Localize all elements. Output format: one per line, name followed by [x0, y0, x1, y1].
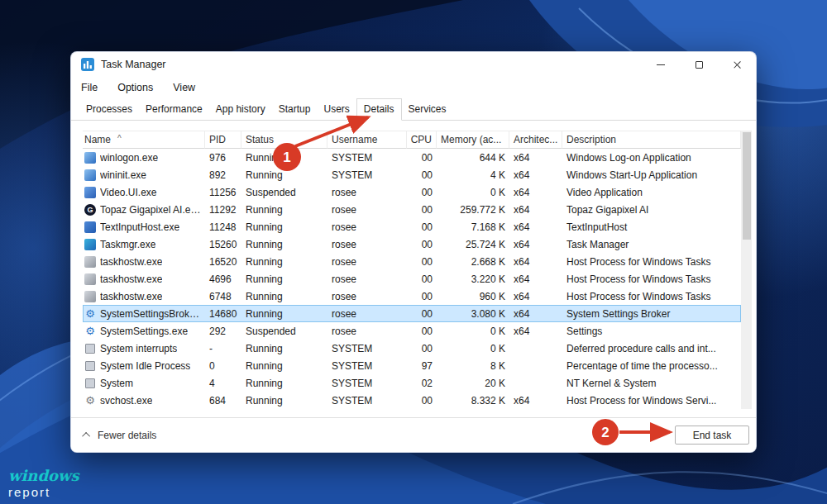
table-row[interactable]: taskhostw.exe4696Runningrosee003.220 Kx6…: [83, 270, 741, 288]
menu-item-view[interactable]: View: [173, 82, 195, 93]
tab-services[interactable]: Services: [402, 99, 453, 120]
cell-desc: Deferred procedure calls and int...: [562, 343, 741, 354]
column-header-mem[interactable]: Memory (ac...: [437, 131, 509, 149]
cell-arch: x64: [509, 308, 562, 320]
column-header-desc[interactable]: Description: [562, 131, 741, 149]
cell-status: Suspended: [241, 326, 327, 337]
table-row[interactable]: System Idle Process0RunningSYSTEM978 KPe…: [83, 357, 741, 374]
cell-user: rosee: [327, 256, 407, 268]
process-name: System: [100, 378, 133, 389]
cell-name: ⚙SystemSettings.exe: [83, 326, 205, 337]
process-name: SystemSettings.exe: [100, 326, 188, 337]
table-row[interactable]: Taskmgr.exe15260Runningrosee0025.724 Kx6…: [83, 235, 741, 253]
table-row[interactable]: wininit.exe892RunningSYSTEM004 Kx64Windo…: [83, 166, 741, 183]
fewer-details-toggle[interactable]: Fewer details: [84, 430, 156, 441]
cell-desc: Host Process for Windows Tasks: [562, 273, 741, 285]
tab-startup[interactable]: Startup: [272, 99, 318, 120]
scrollbar-thumb[interactable]: [743, 132, 751, 240]
cell-arch: x64: [509, 169, 562, 181]
cell-arch: x64: [509, 256, 562, 268]
table-row[interactable]: winlogon.exe976RunningSYSTEM00644 Kx64Wi…: [83, 149, 741, 166]
table-row[interactable]: System4RunningSYSTEM0220 KNT Kernel & Sy…: [83, 374, 741, 392]
column-label: Architec...: [514, 134, 557, 145]
cell-name: winlogon.exe: [83, 152, 205, 164]
cell-cpu: 00: [407, 239, 437, 250]
menu-bar: FileOptionsView: [71, 77, 756, 98]
column-header-arch[interactable]: Architec...: [509, 131, 562, 149]
cell-user: rosee: [327, 221, 407, 233]
cell-desc: System Settings Broker: [562, 308, 741, 320]
column-header-cpu[interactable]: CPU: [407, 131, 437, 149]
column-header-user[interactable]: Username: [327, 131, 407, 149]
table-main: Name^PIDStatusUsernameCPUMemory (ac...Ar…: [83, 131, 741, 409]
cell-user: rosee: [327, 239, 407, 250]
watermark-line1: windows: [8, 468, 79, 484]
table-row[interactable]: TextInputHost.exe11248Runningrosee007.16…: [83, 218, 741, 235]
menu-item-options[interactable]: Options: [117, 82, 153, 93]
table-row[interactable]: ⚙SystemSettingsBroke...14680Runningrosee…: [83, 305, 741, 322]
cell-pid: 15260: [205, 239, 241, 250]
cell-status: Running: [241, 239, 327, 250]
cell-mem: 25.724 K: [437, 239, 509, 250]
cell-arch: x64: [509, 273, 562, 285]
cell-desc: Settings: [562, 326, 741, 337]
process-table: Name^PIDStatusUsernameCPUMemory (ac...Ar…: [83, 131, 752, 409]
cell-status: Running: [241, 152, 327, 164]
cell-user: rosee: [327, 187, 407, 198]
column-header-status[interactable]: Status: [241, 131, 327, 149]
table-row[interactable]: taskhostw.exe16520Runningrosee002.668 Kx…: [83, 253, 741, 270]
cell-mem: 259.772 K: [437, 204, 509, 216]
column-header-pid[interactable]: PID: [205, 131, 241, 149]
menu-item-file[interactable]: File: [81, 82, 98, 93]
title-bar[interactable]: Task Manager: [71, 52, 756, 77]
cell-pid: 11292: [205, 204, 241, 216]
cell-mem: 8 K: [437, 360, 509, 372]
cell-name: taskhostw.exe: [83, 273, 205, 285]
cell-name: System interrupts: [83, 343, 205, 354]
cell-mem: 20 K: [437, 378, 509, 389]
cell-name: ⚙SystemSettingsBroke...: [83, 308, 205, 320]
end-task-button[interactable]: End task: [675, 426, 749, 445]
table-row[interactable]: GTopaz Gigapixel AI.exe11292Runningrosee…: [83, 201, 741, 218]
minimize-button[interactable]: [642, 52, 680, 77]
tab-users[interactable]: Users: [317, 99, 356, 120]
table-row[interactable]: taskhostw.exe6748Runningrosee00960 Kx64H…: [83, 288, 741, 305]
table-row[interactable]: ⚙SystemSettings.exe292Suspendedrosee000 …: [83, 322, 741, 340]
cell-name: wininit.exe: [83, 169, 205, 181]
column-label: Memory (ac...: [441, 134, 501, 145]
table-row[interactable]: Video.UI.exe11256Suspendedrosee000 Kx64V…: [83, 183, 741, 201]
tab-app-history[interactable]: App history: [209, 99, 272, 120]
maximize-button[interactable]: [680, 52, 718, 77]
app-gray-icon: [84, 256, 96, 268]
topaz-icon: G: [84, 204, 96, 216]
table-row[interactable]: System interrupts-RunningSYSTEM000 KDefe…: [83, 340, 741, 357]
close-button[interactable]: [718, 52, 756, 77]
window-title: Task Manager: [101, 59, 166, 70]
cell-cpu: 00: [407, 187, 437, 198]
tab-processes[interactable]: Processes: [79, 99, 139, 120]
tab-details[interactable]: Details: [356, 98, 402, 121]
cell-desc: Host Process for Windows Tasks: [562, 291, 741, 302]
cell-pid: 0: [205, 360, 241, 372]
cell-mem: 3.220 K: [437, 273, 509, 285]
cell-pid: 16520: [205, 256, 241, 268]
cell-mem: 7.168 K: [437, 221, 509, 233]
cell-pid: 6748: [205, 291, 241, 302]
cell-status: Running: [241, 273, 327, 285]
table-header: Name^PIDStatusUsernameCPUMemory (ac...Ar…: [83, 131, 741, 149]
vertical-scrollbar[interactable]: [741, 131, 752, 409]
column-label: Name: [84, 134, 111, 145]
column-header-name[interactable]: Name^: [83, 131, 205, 149]
tab-performance[interactable]: Performance: [139, 99, 209, 120]
cell-pid: 11256: [205, 187, 241, 198]
cell-user: SYSTEM: [327, 360, 407, 372]
cell-desc: Task Manager: [562, 239, 741, 250]
cell-status: Suspended: [241, 187, 327, 198]
minimize-icon: [657, 64, 665, 65]
cell-user: SYSTEM: [327, 395, 407, 407]
table-row[interactable]: ⚙svchost.exe684RunningSYSTEM008.332 Kx64…: [83, 392, 741, 409]
chevron-up-icon: [82, 432, 90, 440]
cell-user: rosee: [327, 308, 407, 320]
window-controls: [642, 52, 756, 77]
app-blue-icon: [84, 152, 96, 164]
